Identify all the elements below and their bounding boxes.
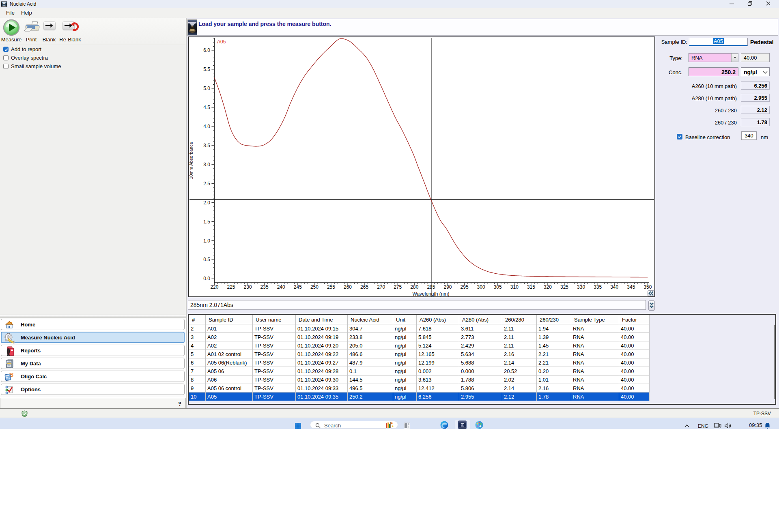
svg-text:280: 280 [410, 284, 418, 290]
svg-text:250: 250 [310, 284, 318, 290]
svg-text:0.0: 0.0 [203, 276, 210, 281]
svg-text:275: 275 [394, 284, 402, 290]
svg-text:1.5: 1.5 [203, 219, 210, 225]
svg-text:2.0: 2.0 [203, 200, 210, 206]
svg-text:235: 235 [260, 284, 269, 290]
svg-text:315: 315 [527, 284, 535, 290]
svg-text:230: 230 [244, 284, 252, 290]
svg-text:335: 335 [594, 284, 602, 290]
svg-text:300: 300 [477, 284, 485, 290]
svg-text:265: 265 [360, 284, 368, 290]
svg-text:290: 290 [443, 284, 452, 290]
svg-text:310: 310 [510, 284, 519, 290]
svg-text:6.0: 6.0 [203, 47, 210, 53]
svg-text:220: 220 [210, 284, 218, 290]
svg-text:350: 350 [643, 284, 652, 290]
svg-text:270: 270 [377, 284, 385, 290]
svg-text:225: 225 [227, 284, 235, 290]
svg-text:240: 240 [277, 284, 285, 290]
svg-text:5.0: 5.0 [203, 86, 210, 91]
svg-text:3.0: 3.0 [203, 162, 210, 167]
svg-text:340: 340 [610, 284, 618, 290]
svg-text:10mm Absorbance: 10mm Absorbance [189, 142, 194, 179]
svg-text:5.5: 5.5 [203, 66, 210, 72]
svg-text:260: 260 [344, 284, 352, 290]
svg-text:2.5: 2.5 [203, 181, 210, 187]
svg-text:0.5: 0.5 [203, 257, 210, 262]
svg-text:Wavelength (nm): Wavelength (nm) [413, 291, 450, 296]
svg-text:255: 255 [327, 284, 335, 290]
svg-text:A05: A05 [217, 39, 226, 45]
svg-text:4.5: 4.5 [203, 105, 210, 110]
svg-text:345: 345 [627, 284, 635, 290]
svg-text:4.0: 4.0 [203, 124, 210, 129]
svg-text:1.0: 1.0 [203, 238, 210, 244]
svg-text:330: 330 [577, 284, 585, 290]
svg-text:3.5: 3.5 [203, 143, 210, 148]
svg-text:320: 320 [544, 284, 552, 290]
svg-text:295: 295 [461, 284, 469, 290]
svg-text:305: 305 [494, 284, 502, 290]
svg-text:245: 245 [294, 284, 302, 290]
svg-text:325: 325 [560, 284, 568, 290]
